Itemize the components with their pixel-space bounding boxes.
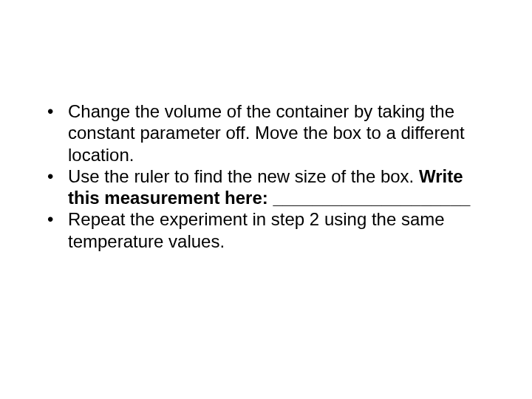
list-item: Use the ruler to find the new size of th… [43, 166, 494, 209]
slide: Change the volume of the container by ta… [0, 0, 532, 399]
list-item: Change the volume of the container by ta… [43, 100, 494, 166]
list-item: Repeat the experiment in step 2 using th… [43, 208, 494, 252]
bullet-list: Change the volume of the container by ta… [43, 100, 494, 252]
bullet-text: Repeat the experiment in step 2 using th… [68, 209, 445, 250]
bullet-text: Use the ruler to find the new size of th… [68, 166, 419, 186]
bullet-text: Change the volume of the container by ta… [68, 101, 465, 165]
content-block: Change the volume of the container by ta… [43, 100, 494, 252]
